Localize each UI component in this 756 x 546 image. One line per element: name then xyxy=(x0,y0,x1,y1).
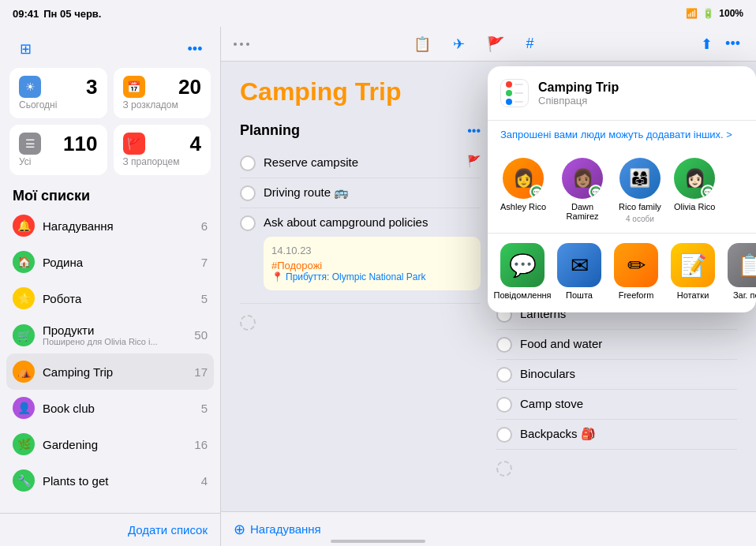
status-day: Пн 05 черв. xyxy=(43,8,101,20)
scheduled-icon: 📅 xyxy=(123,76,145,98)
share-popup-header: Camping Trip Співпраця xyxy=(488,66,756,121)
add-list-button[interactable]: Додати список xyxy=(0,513,220,546)
add-reminder-label: Нагадування xyxy=(250,522,321,536)
sidebar-toggle-button[interactable]: ⊞ xyxy=(13,36,38,62)
camping-count: 17 xyxy=(194,365,208,379)
toolbar-flag-button[interactable]: 🚩 xyxy=(484,32,507,56)
freeform-app-label: Freeform xyxy=(619,290,654,300)
sidebar-header: ⊞ ••• xyxy=(0,27,220,68)
camping-label: Camping Trip xyxy=(43,365,186,379)
toolbar-tag-button[interactable]: # xyxy=(523,32,537,55)
my-lists-header: Мої списки xyxy=(0,181,220,208)
bookclub-label: Book club xyxy=(43,402,193,415)
flagged-label: З прапорцем xyxy=(123,156,202,167)
work-count: 5 xyxy=(201,292,208,305)
rico-family-avatar: 👨‍👩‍👧 xyxy=(619,158,661,199)
new-todo-packing[interactable] xyxy=(496,453,737,484)
status-bar-left: 09:41 Пн 05 черв. xyxy=(13,8,101,20)
dawn-avatar: 👩🏽 💬 xyxy=(562,158,603,199)
products-count: 50 xyxy=(194,328,208,342)
app-freeform[interactable]: ✏ Freeform xyxy=(614,243,658,300)
todo-circle xyxy=(496,427,512,443)
share-popup: Camping Trip Співпраця Запрошені вами лю… xyxy=(488,66,756,312)
gardening-icon: 🌿 xyxy=(13,433,35,455)
all-icon: ☰ xyxy=(19,133,41,155)
sidebar-item-family[interactable]: 🏠 Родина 7 xyxy=(6,244,214,280)
stat-card-all[interactable]: ☰ 110 Усі xyxy=(9,125,107,175)
sidebar-item-products[interactable]: 🛒 Продукти Поширено для Olivia Rico і...… xyxy=(6,316,214,353)
sidebar-item-gardening[interactable]: 🌿 Gardening 16 xyxy=(6,426,214,462)
app-notes[interactable]: 📝 Нотатки xyxy=(671,243,715,300)
note-tag: #Подорожі xyxy=(271,260,473,271)
app-messages[interactable]: 💬 Повідомлення xyxy=(500,243,545,300)
popup-subtitle: Співпраця xyxy=(538,95,619,107)
battery-level: 100% xyxy=(719,8,743,19)
todo-text: Backpacks 🎒 xyxy=(520,426,596,442)
todo-circle xyxy=(240,185,256,201)
plants-icon: 🔧 xyxy=(13,469,35,492)
todo-camp-stove[interactable]: Camp stove xyxy=(496,390,737,420)
todo-food-water[interactable]: Food and water xyxy=(496,330,737,360)
scheduled-count: 20 xyxy=(178,77,201,97)
products-subtitle: Поширено для Olivia Rico і... xyxy=(43,337,186,346)
olivia-name: Olivia Rico xyxy=(674,202,716,211)
note-date: 14.10.23 xyxy=(271,245,473,256)
avatar-ashley[interactable]: 👩 💬 Ashley Rico xyxy=(500,158,546,223)
avatar-rico-family[interactable]: 👨‍👩‍👧 Rico family 4 особи xyxy=(619,158,661,223)
stat-card-today[interactable]: ☀ 3 Сьогодні xyxy=(9,68,107,118)
new-todo-row[interactable] xyxy=(240,307,481,338)
toolbar-scan-button[interactable]: 📋 xyxy=(410,32,434,56)
messages-app-icon: 💬 xyxy=(500,243,545,287)
status-time: 09:41 xyxy=(13,8,39,20)
share-invite-text[interactable]: Запрошені вами люди можуть додавати інши… xyxy=(488,121,756,148)
family-icon: 🏠 xyxy=(13,251,35,273)
todo-circle xyxy=(240,215,256,231)
todo-circle xyxy=(496,337,512,353)
work-label: Робота xyxy=(43,292,193,305)
app-more[interactable]: 📋 Заг. пос. xyxy=(728,243,756,300)
more-app-label: Заг. пос. xyxy=(733,290,756,300)
todo-binoculars[interactable]: Binoculars xyxy=(496,360,737,390)
avatar-badge: 💬 xyxy=(589,185,603,199)
avatar-dawn[interactable]: 👩🏽 💬 Dawn Ramirez xyxy=(559,158,606,223)
todo-text: Camp stove xyxy=(520,396,583,412)
today-icon: ☀ xyxy=(19,76,41,98)
todo-reserve-campsite[interactable]: Reserve campsite 🚩 xyxy=(240,148,481,178)
add-reminder-button[interactable]: ⊕ Нагадування xyxy=(234,521,321,538)
sidebar-more-button[interactable]: ••• xyxy=(182,36,208,62)
today-label: Сьогодні xyxy=(19,99,98,110)
flag-icon: 🚩 xyxy=(467,155,481,167)
popup-list-icon xyxy=(500,79,529,107)
todo-backpacks[interactable]: Backpacks 🎒 xyxy=(496,420,737,450)
location-pin-icon: 📍 xyxy=(271,271,283,282)
sidebar-item-plants[interactable]: 🔧 Plants to get 4 xyxy=(6,462,214,499)
toolbar-share-button[interactable]: ⬆ xyxy=(698,32,716,56)
home-indicator xyxy=(331,540,425,543)
stat-card-scheduled[interactable]: 📅 20 З розкладом xyxy=(114,68,211,118)
main-content: 📋 ✈ 🚩 # ⬆ ••• Camping Trip Planning ••• xyxy=(221,27,756,546)
new-todo-circle xyxy=(496,461,512,477)
todo-text: Driving route 🚌 xyxy=(264,185,349,200)
wifi-icon: 📶 xyxy=(686,8,698,19)
mail-app-icon: ✉ xyxy=(557,243,601,287)
mail-app-label: Пошта xyxy=(566,290,593,300)
sidebar-item-bookclub[interactable]: 👤 Book club 5 xyxy=(6,390,214,426)
note-card: 14.10.23 #Подорожі 📍 Прибуття: Olympic N… xyxy=(264,237,481,290)
reminders-count: 6 xyxy=(201,219,208,233)
todo-driving-route[interactable]: Driving route 🚌 xyxy=(240,178,481,208)
sidebar-item-work[interactable]: ⭐ Робота 5 xyxy=(6,280,214,316)
stat-card-flagged[interactable]: 🚩 4 З прапорцем xyxy=(114,125,211,175)
sidebar-item-reminders[interactable]: 🔔 Нагадування 6 xyxy=(6,208,214,244)
sidebar-item-camping[interactable]: ⛺ Camping Trip 17 xyxy=(6,353,214,390)
avatar-olivia[interactable]: 👩🏻 💬 Olivia Rico xyxy=(674,158,716,223)
planning-more-button[interactable]: ••• xyxy=(467,124,481,138)
lists-container: 🔔 Нагадування 6 🏠 Родина 7 ⭐ Робота 5 🛒 … xyxy=(0,208,220,513)
today-count: 3 xyxy=(86,77,97,97)
status-bar: 09:41 Пн 05 черв. 📶 🔋 100% xyxy=(0,0,756,27)
plus-icon: ⊕ xyxy=(234,521,245,538)
todo-campground-policies[interactable]: Ask about campground policies 14.10.23 #… xyxy=(240,208,481,304)
toolbar-send-button[interactable]: ✈ xyxy=(450,32,468,56)
work-icon: ⭐ xyxy=(13,287,35,309)
app-mail[interactable]: ✉ Пошта xyxy=(557,243,601,300)
toolbar-more-button[interactable]: ••• xyxy=(722,32,743,56)
